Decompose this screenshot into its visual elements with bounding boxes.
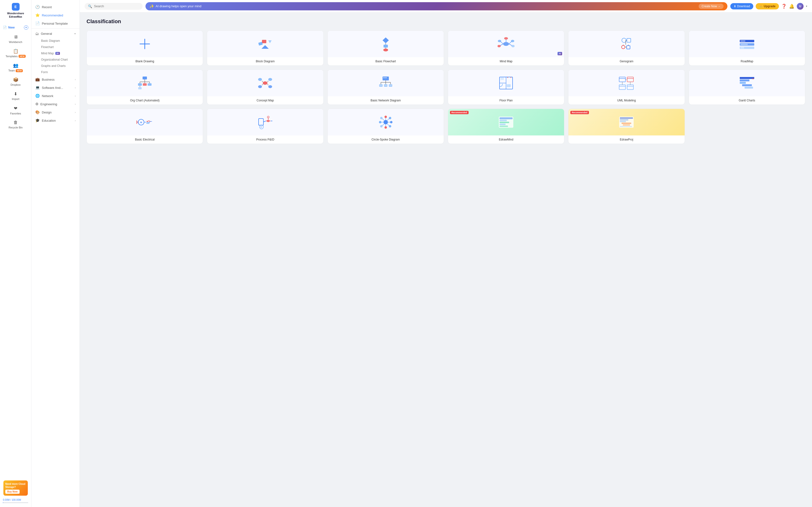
edrawproj-svg (618, 114, 635, 131)
software-arrow: › (75, 87, 75, 89)
storage-bar (3, 502, 28, 503)
cat-item-design[interactable]: 🎨 Design › (32, 108, 80, 116)
recent-label: Recent (42, 5, 75, 9)
svg-rect-2 (262, 40, 266, 43)
page-title: Classification (87, 18, 805, 24)
nav-item-templates[interactable]: 📋 Templates NEW (0, 47, 31, 60)
templates-row: Templates NEW (6, 55, 26, 58)
upgrade-icon: 👑 (759, 5, 763, 8)
template-card-concept[interactable]: Concept Map (207, 69, 323, 105)
template-card-roadmap[interactable]: RoadMap (689, 31, 805, 66)
ai-banner[interactable]: ✨ AI drawing helps open your mind Create… (146, 2, 727, 10)
search-bar[interactable]: 🔍 (85, 3, 143, 10)
template-card-edrawproj[interactable]: Recommended EdrawProj (568, 109, 684, 144)
design-label: Design (42, 111, 73, 114)
svg-line-16 (509, 42, 512, 44)
mindmap-svg (498, 36, 514, 52)
svg-line-121 (382, 124, 384, 126)
svg-point-50 (268, 78, 272, 81)
svg-rect-93 (742, 84, 752, 86)
cat-item-business[interactable]: 💼 Business › (32, 75, 80, 83)
template-preview-block (207, 31, 323, 57)
template-card-block[interactable]: Block Diagram (207, 31, 323, 66)
svg-rect-90 (740, 77, 754, 79)
cat-item-software[interactable]: 💻 Software And... › (32, 83, 80, 92)
nav-item-recycle[interactable]: 🗑 Recycle Bin (0, 118, 31, 131)
template-label-genogram: Genogram (568, 57, 684, 65)
avatar[interactable]: U (797, 3, 804, 10)
cloud-promo-title: Need more Cloud Storage? (5, 483, 26, 489)
template-card-orgchart[interactable]: Org Chart (Automated) (87, 69, 203, 105)
template-card-edrawmind[interactable]: Recommended EdrawMind (448, 109, 564, 144)
new-plus-icon[interactable]: + (24, 25, 28, 30)
template-card-genogram[interactable]: Genogram (568, 31, 684, 66)
cat-sub-form[interactable]: Form (32, 69, 80, 75)
design-icon: 🎨 (35, 110, 40, 114)
svg-rect-70 (389, 84, 392, 86)
template-card-network[interactable]: Basic Network Diagram (327, 69, 444, 105)
cat-sub-mindmap[interactable]: Mind Map AI (32, 50, 80, 56)
template-card-flowchart[interactable]: Basic Flowchart (327, 31, 444, 66)
nav-item-dropbox[interactable]: 📦 Dropbox (0, 75, 31, 89)
template-grid: Blank Drawing Block Diagram (87, 31, 805, 144)
svg-point-126 (390, 121, 393, 123)
team-label: Team (8, 69, 15, 72)
cat-item-recommended[interactable]: ⭐ Recommended (32, 11, 80, 19)
svg-point-21 (504, 37, 508, 40)
svg-point-26 (621, 45, 625, 49)
svg-rect-27 (627, 46, 630, 49)
cat-sub-flowchart[interactable]: Flowchart (32, 44, 80, 50)
nav-item-import[interactable]: ⬇ Import (0, 89, 31, 103)
gantt-svg (739, 74, 755, 92)
search-input[interactable] (94, 4, 139, 8)
templates-label: Templates (6, 55, 18, 58)
ai-banner-create-button[interactable]: Create Now → (699, 4, 723, 9)
cat-sub-orgchart[interactable]: Organizational Chart (32, 56, 80, 63)
template-card-blank[interactable]: Blank Drawing (87, 31, 203, 66)
cloud-promo[interactable]: Need more Cloud Storage? Buy Now (3, 481, 28, 496)
template-card-uml[interactable]: UML Modeling (568, 69, 684, 105)
recycle-label: Recycle Bin (8, 126, 22, 129)
nav-item-new[interactable]: 📄 New + (0, 23, 31, 32)
template-card-circle[interactable]: Circle-Spoke Diagram (327, 109, 444, 144)
workbench-label: Workbench (9, 41, 22, 44)
template-preview-blank (87, 31, 203, 57)
cat-sub-graphs[interactable]: Graphs and Charts (32, 63, 80, 69)
template-preview-gantt (689, 70, 805, 96)
template-card-gantt[interactable]: Gantt Charts (689, 69, 805, 105)
help-icon[interactable]: ❓ (781, 4, 786, 9)
template-card-electrical[interactable]: M B (87, 109, 203, 144)
cat-item-general[interactable]: 🗂 General ▾ (32, 30, 80, 38)
template-card-mindmap[interactable]: AI Mind Map (448, 31, 564, 66)
svg-point-19 (511, 45, 514, 47)
template-preview-orgchart (87, 70, 203, 96)
cloud-promo-buy-button[interactable]: Buy Now (5, 490, 19, 494)
template-card-pid[interactable]: Process P&ID (207, 109, 323, 144)
template-card-floorplan[interactable]: Floor Plan (448, 69, 564, 105)
svg-rect-45 (148, 83, 152, 86)
svg-line-123 (382, 119, 384, 120)
download-button[interactable]: ⬇ Download (730, 3, 753, 9)
software-icon: 💻 (35, 86, 40, 90)
cat-item-recent[interactable]: 🕐 Recent (32, 3, 80, 11)
cat-item-network[interactable]: 🌐 Network › (32, 92, 80, 100)
cat-item-education[interactable]: 🎓 Education › (32, 116, 80, 125)
network-label: Network (42, 94, 73, 98)
electrical-svg: M (136, 114, 153, 131)
svg-point-127 (389, 125, 391, 127)
svg-point-11 (503, 42, 509, 46)
upgrade-button[interactable]: 👑 Upgrade (756, 3, 779, 9)
svg-point-13 (498, 40, 501, 42)
notification-icon[interactable]: 🔔 (789, 4, 794, 9)
nav-item-favorites[interactable]: ❤ Favorites (0, 104, 31, 117)
import-icon: ⬇ (14, 91, 17, 97)
cat-item-personal[interactable]: 📄 Personal Template (32, 19, 80, 27)
cat-item-engineering[interactable]: ⚙ Engineering › (32, 100, 80, 108)
svg-line-117 (387, 119, 389, 120)
svg-rect-4 (258, 42, 263, 46)
nav-item-workbench[interactable]: 🖥 Workbench (0, 33, 31, 46)
cat-sub-basic-diagram[interactable]: Basic Diagram (32, 38, 80, 44)
templates-icon: 📋 (13, 49, 18, 54)
avatar-chevron[interactable]: ▾ (806, 5, 807, 7)
nav-item-team[interactable]: 👥 Team NEW (0, 61, 31, 74)
